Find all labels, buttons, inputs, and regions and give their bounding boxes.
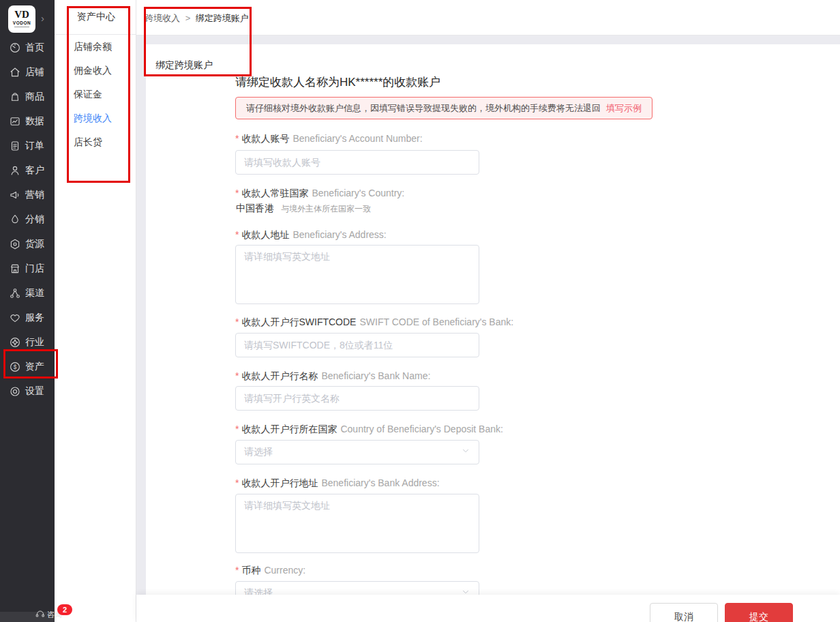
page-title: 绑定跨境账户 (155, 59, 213, 72)
sidebar-item-shop[interactable]: 店铺 (0, 60, 55, 85)
action-footer: 取消 提交 (136, 595, 840, 622)
bank-country-select[interactable]: 请选择 (235, 440, 479, 464)
distribution-icon (9, 213, 21, 226)
customer-icon (9, 164, 21, 177)
submenu-item-shop-balance[interactable]: 店铺余额 (55, 35, 136, 59)
chevron-down-icon (461, 587, 470, 595)
marketing-icon (9, 189, 21, 201)
currency-select[interactable]: 请选择 (235, 581, 479, 595)
sidebar-item-orders[interactable]: 订单 (0, 134, 55, 158)
secondary-sidebar: 资产中心 店铺余额 佣金收入 保证金 跨境收入 店长贷 (55, 0, 136, 622)
country-value: 中国香港与境外主体所在国家一致 (236, 203, 371, 215)
submit-button[interactable]: 提交 (725, 603, 793, 622)
notification-badge: 2 (57, 604, 72, 615)
sidebar-item-services[interactable]: 服务 (0, 306, 55, 330)
country-hint: 与境外主体所在国家一致 (281, 204, 371, 213)
field-label-bank-country: *收款人开户行所在国家Country of Beneficiary's Depo… (235, 424, 503, 436)
address-textarea[interactable] (235, 245, 479, 304)
field-label-address: *收款人地址Beneficiary's Address: (235, 229, 387, 241)
main-content: 跨境收入 > 绑定跨境账户 绑定跨境账户 请绑定收款人名称为HK******的收… (136, 0, 840, 622)
form-heading: 请绑定收款人名称为HK******的收款账户 (235, 74, 440, 90)
sidebar-item-supply[interactable]: 货源 (0, 232, 55, 256)
sidebar-item-home[interactable]: 首页 (0, 35, 55, 60)
store-icon (9, 263, 21, 275)
industry-icon (9, 336, 21, 349)
sidebar-item-channels[interactable]: 渠道 (0, 281, 55, 306)
sidebar-item-settings[interactable]: 设置 (0, 379, 55, 404)
brand-logo[interactable]: VD VODON (8, 5, 35, 33)
bank-address-textarea[interactable] (235, 494, 479, 553)
sidebar-item-data[interactable]: 数据 (0, 109, 55, 134)
field-label-currency: *币种Currency: (235, 565, 305, 577)
shop-icon (9, 66, 21, 78)
supply-icon (9, 238, 21, 250)
account-number-input[interactable] (235, 150, 479, 175)
warning-text: 请仔细核对境外收款账户信息，因填写错误导致提现失败的，境外机构的手续费将无法退回 (246, 102, 601, 115)
breadcrumb: 跨境收入 > 绑定跨境账户 (145, 12, 249, 25)
support-entry[interactable]: 咨询 2 (0, 612, 55, 622)
goods-icon (9, 91, 21, 103)
submenu-item-crossborder-income[interactable]: 跨境收入 (55, 106, 136, 130)
sidebar-expand-icon[interactable]: › (41, 12, 44, 24)
field-label-country: *收款人常驻国家Beneficiary's Country: (235, 188, 404, 200)
order-icon (9, 140, 21, 152)
submenu-item-commission-income[interactable]: 佣金收入 (55, 59, 136, 83)
breadcrumb-current: 绑定跨境账户 (196, 13, 249, 23)
breadcrumb-separator: > (185, 13, 191, 23)
submenu-item-owner-loan[interactable]: 店长贷 (55, 130, 136, 154)
logo-monogram: VD (14, 10, 29, 20)
headset-icon (35, 608, 46, 619)
logo-name: VODON (13, 20, 31, 25)
breadcrumb-parent[interactable]: 跨境收入 (145, 13, 180, 23)
sidebar-item-industry[interactable]: 行业 (0, 330, 55, 355)
sidebar-item-customers[interactable]: 客户 (0, 158, 55, 183)
sidebar-item-assets[interactable]: $ 资产 (0, 355, 55, 379)
breadcrumb-bar: 跨境收入 > 绑定跨境账户 (136, 0, 840, 35)
channel-icon (9, 287, 21, 299)
chevron-down-icon (461, 446, 470, 458)
data-icon (9, 115, 21, 128)
field-label-account-number: *收款人账号Beneficiary's Account Number: (235, 133, 423, 145)
service-icon (9, 312, 21, 324)
field-label-bank-name: *收款人开户行名称Beneficiary's Bank Name: (235, 370, 430, 383)
sidebar-item-stores[interactable]: 门店 (0, 256, 55, 281)
swiftcode-input[interactable] (235, 333, 479, 357)
asset-icon: $ (9, 361, 21, 373)
primary-sidebar: VD VODON › 首页 店铺 商品 数据 订单 客户 营销 分销 货源 (0, 0, 55, 622)
sidebar-item-distribution[interactable]: 分销 (0, 207, 55, 232)
field-label-swiftcode: *收款人开户行SWIFTCODESWIFT CODE of Beneficiar… (235, 316, 513, 329)
sidebar-item-goods[interactable]: 商品 (0, 85, 55, 109)
submenu-title: 资产中心 (55, 0, 136, 35)
dashboard-icon (9, 42, 21, 54)
bank-name-input[interactable] (235, 386, 479, 411)
form-card: 绑定跨境账户 请绑定收款人名称为HK******的收款账户 请仔细核对境外收款账… (146, 44, 840, 595)
fill-example-link[interactable]: 填写示例 (606, 102, 642, 115)
settings-icon (9, 385, 21, 398)
sidebar-item-marketing[interactable]: 营销 (0, 183, 55, 207)
submenu-item-deposit[interactable]: 保证金 (55, 83, 136, 106)
svg-text:$: $ (14, 364, 17, 370)
field-label-bank-address: *收款人开户行地址Beneficiary's Bank Address: (235, 477, 440, 490)
warning-banner: 请仔细核对境外收款账户信息，因填写错误导致提现失败的，境外机构的手续费将无法退回… (235, 97, 652, 119)
cancel-button[interactable]: 取消 (650, 603, 718, 622)
logo-caption (14, 27, 29, 29)
